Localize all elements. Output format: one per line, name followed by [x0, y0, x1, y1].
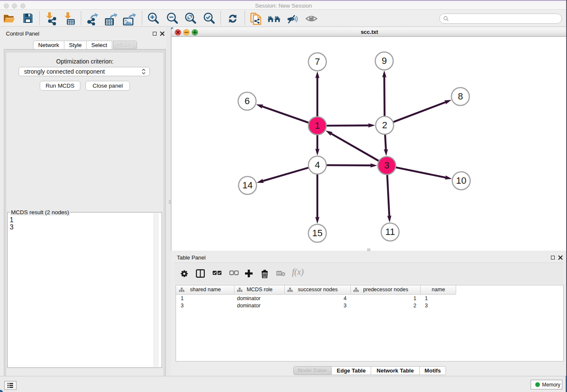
svg-text:3: 3: [384, 160, 389, 171]
svg-text:15: 15: [312, 228, 322, 238]
svg-text:7: 7: [315, 56, 320, 67]
svg-text:10: 10: [456, 175, 466, 186]
svg-text:11: 11: [385, 226, 395, 237]
svg-text:6: 6: [245, 96, 250, 106]
svg-text:8: 8: [458, 91, 463, 102]
svg-text:2: 2: [382, 120, 387, 130]
svg-text:14: 14: [242, 180, 253, 190]
svg-text:1: 1: [315, 120, 320, 131]
svg-text:9: 9: [382, 55, 387, 66]
svg-text:4: 4: [315, 160, 320, 170]
